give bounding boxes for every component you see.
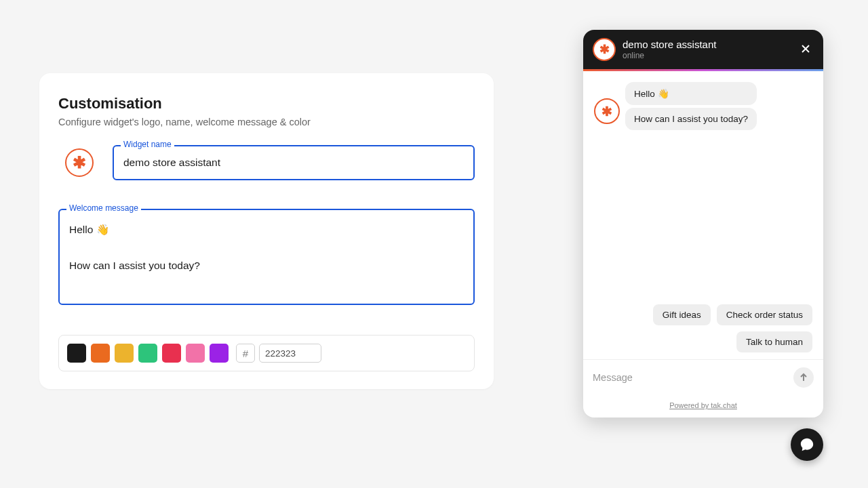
color-swatch-black[interactable] xyxy=(67,344,86,363)
chip-talk-human[interactable]: Talk to human xyxy=(736,331,812,352)
chat-message-input[interactable] xyxy=(593,372,793,383)
color-swatch-purple[interactable] xyxy=(210,344,229,363)
chat-status: online xyxy=(623,51,797,60)
chip-check-order[interactable]: Check order status xyxy=(717,304,812,325)
color-swatch-red[interactable] xyxy=(162,344,181,363)
chip-gift-ideas[interactable]: Gift ideas xyxy=(653,304,711,325)
asterisk-icon: ✱ xyxy=(73,153,86,172)
chat-bubble-icon xyxy=(800,437,814,452)
message-bubble: Hello 👋 xyxy=(625,82,757,105)
chat-widget: ✱ demo store assistant online ✱ Hello 👋 … xyxy=(583,30,823,418)
message-avatar: ✱ xyxy=(594,98,620,124)
chat-header: ✱ demo store assistant online xyxy=(583,30,823,69)
chat-footer: Powered by tak.chat xyxy=(583,394,823,418)
chat-close-button[interactable] xyxy=(797,39,814,60)
arrow-up-icon xyxy=(799,373,808,382)
color-swatch-green[interactable] xyxy=(138,344,157,363)
widget-name-field: Widget name xyxy=(113,145,475,180)
widget-name-input[interactable] xyxy=(113,145,475,180)
logo-name-row: ✱ Widget name xyxy=(58,145,475,180)
welcome-message-field: Welcome message xyxy=(58,209,475,308)
chat-title: demo store assistant xyxy=(623,39,797,51)
color-picker-row: # xyxy=(58,335,475,371)
widget-name-label: Widget name xyxy=(121,140,174,149)
assistant-message-row: ✱ Hello 👋 How can I assist you today? xyxy=(594,82,812,130)
card-title: Customisation xyxy=(58,95,475,113)
color-swatch-pink[interactable] xyxy=(186,344,205,363)
chat-launcher-button[interactable] xyxy=(791,428,823,461)
message-bubbles: Hello 👋 How can I assist you today? xyxy=(625,82,757,130)
powered-by-link[interactable]: Powered by tak.chat xyxy=(669,401,737,409)
chat-body: ✱ Hello 👋 How can I assist you today? Gi… xyxy=(583,71,823,359)
close-icon xyxy=(800,43,811,54)
send-button[interactable] xyxy=(793,367,814,388)
asterisk-icon: ✱ xyxy=(599,42,610,57)
hash-prefix: # xyxy=(236,344,255,363)
hex-color-input[interactable] xyxy=(259,344,321,363)
chat-input-row xyxy=(583,359,823,394)
card-subtitle: Configure widget's logo, name, welcome m… xyxy=(58,117,475,127)
chat-header-text: demo store assistant online xyxy=(623,39,797,60)
color-swatch-yellow[interactable] xyxy=(115,344,134,363)
welcome-label: Welcome message xyxy=(66,203,141,213)
welcome-message-input[interactable] xyxy=(58,209,475,305)
logo-upload[interactable]: ✱ xyxy=(65,148,94,177)
customisation-card: Customisation Configure widget's logo, n… xyxy=(39,73,494,389)
suggestion-chips: Gift ideas Check order status Talk to hu… xyxy=(623,304,812,352)
color-swatch-orange[interactable] xyxy=(91,344,110,363)
chat-header-avatar: ✱ xyxy=(593,38,616,61)
message-bubble: How can I assist you today? xyxy=(625,108,757,130)
asterisk-icon: ✱ xyxy=(601,104,612,119)
